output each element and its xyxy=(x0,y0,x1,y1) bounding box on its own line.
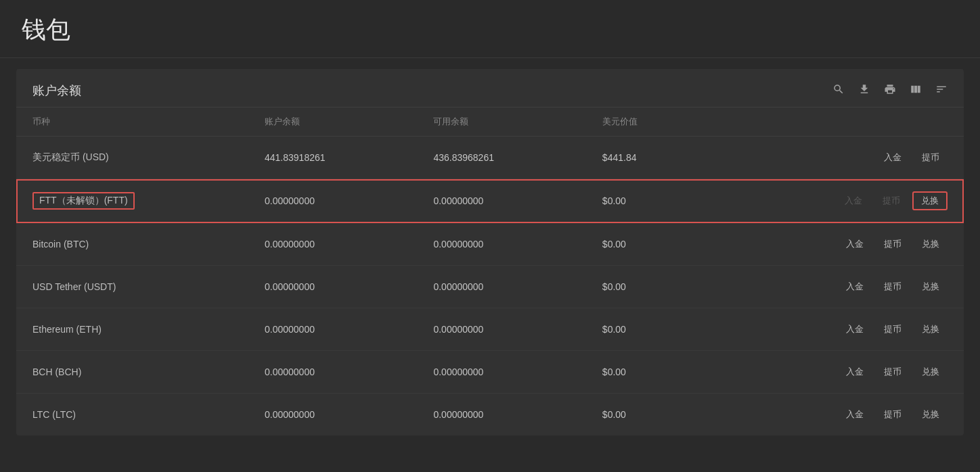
cell-currency: BCH (BCH) xyxy=(16,351,248,394)
search-icon[interactable] xyxy=(832,83,845,99)
col-balance: 账户余额 xyxy=(248,108,417,137)
withdraw-button[interactable]: 提币 xyxy=(876,363,910,381)
filter-icon[interactable] xyxy=(935,83,948,99)
withdraw-button[interactable]: 提币 xyxy=(874,192,908,210)
cell-actions: 入金提币兑换 xyxy=(734,308,964,351)
exchange-button[interactable]: 兑换 xyxy=(914,235,948,253)
col-currency: 币种 xyxy=(16,108,248,137)
cell-available: 436.83968261 xyxy=(417,137,585,179)
cell-actions: 入金提币 xyxy=(734,137,964,179)
cell-actions: 入金提币兑换 xyxy=(734,223,964,266)
exchange-button[interactable]: 兑换 xyxy=(914,406,948,423)
cell-available: 0.00000000 xyxy=(417,179,585,223)
exchange-button[interactable]: 兑换 xyxy=(914,363,948,381)
withdraw-button[interactable]: 提币 xyxy=(876,278,910,296)
col-usd: 美元价值 xyxy=(586,108,734,137)
cell-balance: 0.00000000 xyxy=(248,223,417,266)
columns-icon[interactable] xyxy=(910,83,922,99)
col-actions xyxy=(734,108,964,137)
cell-balance: 441.83918261 xyxy=(248,137,417,179)
deposit-button[interactable]: 入金 xyxy=(838,321,872,338)
deposit-button[interactable]: 入金 xyxy=(837,192,870,210)
exchange-button[interactable]: 兑换 xyxy=(914,321,948,338)
exchange-button[interactable]: 兑换 xyxy=(912,191,948,210)
cell-usd-value: $0.00 xyxy=(586,266,734,308)
cell-currency: FTT（未解锁）(FTT) xyxy=(16,179,248,223)
cell-currency: Ethereum (ETH) xyxy=(16,308,248,351)
table-header-row: 币种 账户余额 可用余额 美元价值 xyxy=(16,108,964,137)
cell-balance: 0.00000000 xyxy=(248,179,417,223)
balance-table: 币种 账户余额 可用余额 美元价值 美元稳定币 (USD)441.8391826… xyxy=(16,108,964,435)
cell-usd-value: $0.00 xyxy=(586,308,734,351)
cell-available: 0.00000000 xyxy=(417,308,585,351)
cell-balance: 0.00000000 xyxy=(248,394,417,436)
cell-available: 0.00000000 xyxy=(417,351,585,394)
cell-currency: LTC (LTC) xyxy=(16,394,248,436)
cell-usd-value: $0.00 xyxy=(586,179,734,223)
deposit-button[interactable]: 入金 xyxy=(876,149,910,166)
cell-actions: 入金提币兑换 xyxy=(734,394,964,436)
cell-currency: 美元稳定币 (USD) xyxy=(16,137,248,179)
withdraw-button[interactable]: 提币 xyxy=(876,321,910,338)
cell-balance: 0.00000000 xyxy=(248,266,417,308)
cell-balance: 0.00000000 xyxy=(248,351,417,394)
cell-available: 0.00000000 xyxy=(417,394,585,436)
cell-usd-value: $0.00 xyxy=(586,394,734,436)
table-row: USD Tether (USDT)0.000000000.00000000$0.… xyxy=(16,266,964,308)
deposit-button[interactable]: 入金 xyxy=(838,235,872,253)
card-title: 账户余额 xyxy=(32,82,81,99)
download-icon[interactable] xyxy=(858,83,870,99)
table-row: 美元稳定币 (USD)441.83918261436.83968261$441.… xyxy=(16,137,964,179)
cell-balance: 0.00000000 xyxy=(248,308,417,351)
withdraw-button[interactable]: 提币 xyxy=(876,235,910,253)
withdraw-button[interactable]: 提币 xyxy=(876,406,910,423)
cell-actions: 入金提币兑换 xyxy=(734,179,964,223)
table-row: LTC (LTC)0.000000000.00000000$0.00入金提币兑换 xyxy=(16,394,964,436)
table-row: BCH (BCH)0.000000000.00000000$0.00入金提币兑换 xyxy=(16,351,964,394)
page-title: 钱包 xyxy=(22,16,70,43)
cell-available: 0.00000000 xyxy=(417,223,585,266)
cell-usd-value: $0.00 xyxy=(586,351,734,394)
currency-highlighted-label: FTT（未解锁）(FTT) xyxy=(32,192,135,210)
col-available: 可用余额 xyxy=(417,108,585,137)
table-row: Bitcoin (BTC)0.000000000.00000000$0.00入金… xyxy=(16,223,964,266)
cell-actions: 入金提币兑换 xyxy=(734,351,964,394)
card-header: 账户余额 xyxy=(16,69,964,108)
cell-usd-value: $0.00 xyxy=(586,223,734,266)
deposit-button[interactable]: 入金 xyxy=(838,278,872,296)
toolbar-icons xyxy=(832,83,948,99)
page-header: 钱包 xyxy=(0,0,980,58)
exchange-button[interactable]: 兑换 xyxy=(914,278,948,296)
print-icon[interactable] xyxy=(884,83,896,99)
cell-currency: Bitcoin (BTC) xyxy=(16,223,248,266)
cell-currency: USD Tether (USDT) xyxy=(16,266,248,308)
deposit-button[interactable]: 入金 xyxy=(838,406,872,423)
table-row: FTT（未解锁）(FTT)0.000000000.00000000$0.00入金… xyxy=(16,179,964,223)
cell-available: 0.00000000 xyxy=(417,266,585,308)
wallet-card: 账户余额 xyxy=(16,69,964,435)
withdraw-button[interactable]: 提币 xyxy=(914,149,948,166)
cell-actions: 入金提币兑换 xyxy=(734,266,964,308)
table-row: Ethereum (ETH)0.000000000.00000000$0.00入… xyxy=(16,308,964,351)
deposit-button[interactable]: 入金 xyxy=(838,363,872,381)
cell-usd-value: $441.84 xyxy=(586,137,734,179)
